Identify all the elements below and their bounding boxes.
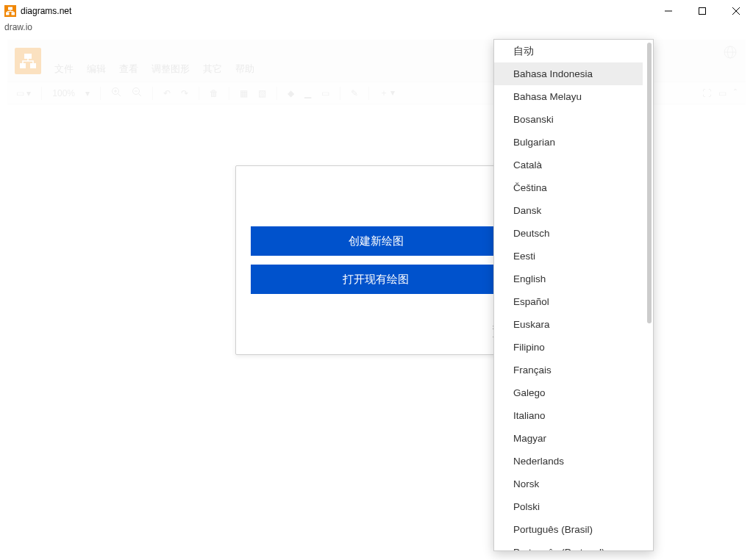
language-option[interactable]: Català bbox=[494, 154, 643, 176]
language-option[interactable]: Filipino bbox=[494, 336, 643, 359]
language-option[interactable]: Italiano bbox=[494, 404, 643, 427]
svg-rect-0 bbox=[8, 7, 13, 10]
create-new-diagram-button[interactable]: 创建新绘图 bbox=[251, 226, 501, 256]
language-option[interactable]: 自动 bbox=[494, 40, 643, 62]
splash-dialog: 创建新绘图 打开现有绘图 语言 bbox=[235, 165, 516, 355]
language-option[interactable]: Polski bbox=[494, 495, 643, 518]
window-title: diagrams.net bbox=[21, 6, 71, 16]
tab-drawio[interactable]: draw.io bbox=[4, 22, 32, 32]
language-option[interactable]: Español bbox=[494, 290, 643, 313]
maximize-button[interactable] bbox=[685, 0, 719, 22]
app-icon bbox=[4, 5, 16, 17]
svg-rect-4 bbox=[699, 8, 706, 15]
language-option[interactable]: Deutsch bbox=[494, 222, 643, 245]
minimize-button[interactable] bbox=[652, 0, 685, 22]
window-titlebar: diagrams.net bbox=[0, 0, 753, 22]
language-dropdown[interactable]: 自动Bahasa IndonesiaBahasa MelayuBosanskiB… bbox=[493, 39, 654, 551]
language-option[interactable]: Français bbox=[494, 359, 643, 381]
language-option[interactable]: Nederlands bbox=[494, 450, 643, 473]
language-option[interactable]: Galego bbox=[494, 381, 643, 404]
svg-rect-2 bbox=[12, 12, 15, 15]
language-option[interactable]: Magyar bbox=[494, 427, 643, 450]
language-option[interactable]: Euskara bbox=[494, 313, 643, 336]
language-list: 自动Bahasa IndonesiaBahasa MelayuBosanskiB… bbox=[494, 40, 653, 550]
scrollbar-thumb[interactable] bbox=[647, 43, 652, 323]
language-option[interactable]: Čeština bbox=[494, 176, 643, 199]
language-option[interactable]: Bahasa Melayu bbox=[494, 85, 643, 108]
language-option[interactable]: Bahasa Indonesia bbox=[494, 62, 643, 85]
language-option[interactable]: Bosanski bbox=[494, 108, 643, 131]
language-option[interactable]: Português (Portugal) bbox=[494, 541, 643, 550]
tab-strip: draw.io bbox=[0, 22, 753, 37]
close-button[interactable] bbox=[719, 0, 753, 22]
svg-rect-1 bbox=[6, 12, 10, 15]
language-option[interactable]: Norsk bbox=[494, 473, 643, 495]
language-option[interactable]: Português (Brasil) bbox=[494, 518, 643, 541]
language-option[interactable]: Dansk bbox=[494, 199, 643, 222]
language-option[interactable]: Eesti bbox=[494, 245, 643, 268]
language-option[interactable]: English bbox=[494, 268, 643, 290]
open-existing-diagram-button[interactable]: 打开现有绘图 bbox=[251, 265, 501, 294]
language-option[interactable]: Bulgarian bbox=[494, 131, 643, 154]
